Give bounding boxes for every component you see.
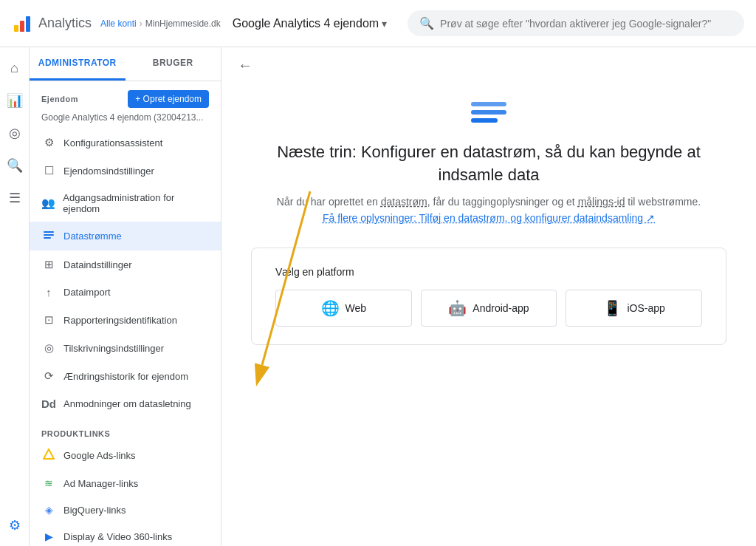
svg-rect-2: [26, 16, 30, 32]
platform-ios-button[interactable]: 📱 iOS-app: [566, 290, 702, 327]
content-subtitle: Når du har oprettet en datastrøm, får du…: [277, 196, 701, 208]
breadcrumb-site: MinHjemmeside.dk: [145, 18, 221, 29]
chevron-down-icon: ▾: [382, 18, 387, 30]
menu-item-google-ads[interactable]: Google Ads-links: [30, 441, 221, 470]
create-property-button[interactable]: + Opret ejendom: [128, 90, 209, 108]
menu-item-rapporteringsidentifikation[interactable]: ⊡ Rapporteringsidentifikation: [30, 306, 221, 334]
nav-home[interactable]: ⌂: [0, 53, 30, 83]
property-settings-icon: ☐: [41, 164, 56, 177]
menu-item-bigquery[interactable]: ◈ BigQuery-links: [30, 496, 221, 523]
content-title: Næste trin: Konfigurer en datastrøm, så …: [267, 141, 710, 187]
ios-icon: 📱: [603, 299, 622, 317]
google-ads-label: Google Ads-links: [63, 450, 136, 461]
data-import-label: Dataimport: [63, 287, 111, 298]
back-button[interactable]: ←: [233, 53, 257, 77]
svg-rect-8: [471, 110, 506, 115]
bigquery-label: BigQuery-links: [63, 505, 126, 516]
data-deletion-label: Anmodninger om datasletning: [63, 398, 191, 409]
menu-item-ejendomsindstillinger[interactable]: ☐ Ejendomsindstillinger: [30, 157, 221, 185]
android-label: Android-app: [472, 302, 529, 314]
section-label: Ejendom: [41, 95, 78, 103]
platform-android-button[interactable]: 🤖 Android-app: [421, 290, 557, 327]
change-history-label: Ændringshistorik for ejendom: [63, 371, 188, 382]
breadcrumb-account[interactable]: Alle konti: [100, 18, 137, 29]
menu-item-datastroemme[interactable]: Datastrømme: [30, 222, 221, 250]
left-nav: ⌂ 📊 ◎ 🔍 ☰ ⚙: [0, 47, 30, 546]
display-video-icon: ▶: [41, 530, 56, 542]
search-icon: 🔍: [419, 16, 434, 30]
svg-rect-4: [44, 234, 54, 236]
google-ads-icon: [41, 448, 56, 463]
platform-label: Vælg en platform: [275, 266, 702, 278]
content-wrapper: ← Næste trin: Konfigurer en datastrøm, s…: [221, 47, 756, 546]
main-layout: ⌂ 📊 ◎ 🔍 ☰ ⚙ ADMINISTRATOR BRUGER Ejendom…: [0, 47, 756, 546]
attribution-label: Tilskrivningsindstillinger: [63, 343, 164, 354]
datastream-icon-area: [471, 98, 506, 129]
change-history-icon: ⟳: [41, 369, 56, 383]
nav-reports[interactable]: 📊: [0, 86, 30, 115]
svg-rect-1: [20, 21, 24, 32]
datastreams-label: Datastrømme: [63, 231, 122, 242]
display-video-label: Display & Video 360-links: [63, 531, 172, 542]
menu-item-datasletning[interactable]: Dd Anmodninger om datasletning: [30, 390, 221, 417]
breadcrumb-separator: ›: [140, 18, 142, 29]
nav-configure[interactable]: ☰: [0, 183, 30, 213]
property-selector[interactable]: Google Analytics 4 ejendom ▾: [227, 14, 393, 33]
search-bar: 🔍: [408, 10, 744, 36]
tab-bruger[interactable]: BRUGER: [126, 47, 221, 81]
admin-panel: ADMINISTRATOR BRUGER Ejendom + Opret eje…: [30, 47, 221, 546]
attribution-icon: ◎: [41, 341, 56, 355]
data-settings-icon: ⊞: [41, 258, 56, 271]
web-globe-icon: 🌐: [321, 299, 340, 317]
analytics-logo-icon: [12, 13, 32, 34]
menu-item-konfigurationsassistent[interactable]: ⚙ Konfigurationsassistent: [30, 129, 221, 157]
section-header: Ejendom + Opret ejendom: [30, 81, 221, 111]
datastream-icon: [471, 98, 506, 127]
content-link[interactable]: Få flere oplysninger: Tilføj en datastrø…: [323, 212, 655, 224]
ad-manager-icon: ≋: [41, 477, 56, 489]
config-assistant-icon: ⚙: [41, 136, 56, 149]
svg-rect-7: [471, 102, 506, 106]
reporting-id-icon: ⊡: [41, 313, 56, 327]
menu-item-display-video[interactable]: ▶ Display & Video 360-links: [30, 523, 221, 546]
ad-manager-label: Ad Manager-links: [63, 478, 138, 489]
platform-card: Vælg en platform 🌐 Web 🤖 Android-app 📱: [251, 248, 726, 345]
nav-explore[interactable]: ◎: [0, 118, 30, 148]
menu-item-adgangsadministration[interactable]: 👥 Adgangsadministration for ejendom: [30, 185, 221, 222]
platform-web-button[interactable]: 🌐 Web: [275, 290, 412, 327]
reporting-id-label: Rapporteringsidentifikation: [63, 315, 177, 326]
breadcrumb: Alle konti › MinHjemmeside.dk: [100, 18, 221, 29]
svg-rect-0: [14, 25, 18, 32]
svg-marker-6: [44, 449, 54, 459]
bigquery-icon: ◈: [41, 504, 56, 516]
data-settings-label: Dataindstillinger: [63, 259, 132, 270]
access-admin-label: Adgangsadministration for ejendom: [63, 192, 209, 214]
back-btn-row: ←: [221, 47, 756, 83]
access-admin-icon: 👥: [41, 197, 55, 210]
analytics-label: Analytics: [38, 16, 92, 31]
svg-rect-9: [471, 118, 498, 123]
content-area: Næste trin: Konfigurer en datastrøm, så …: [221, 83, 756, 546]
ios-label: iOS-app: [628, 302, 665, 314]
menu-item-dataimport[interactable]: ↑ Dataimport: [30, 279, 221, 306]
data-import-icon: ↑: [41, 286, 56, 298]
menu-item-aendringshistorik[interactable]: ⟳ Ændringshistorik for ejendom: [30, 362, 221, 390]
nav-admin[interactable]: ⚙: [0, 511, 30, 540]
menu-item-ad-manager[interactable]: ≋ Ad Manager-links: [30, 470, 221, 496]
property-name-label: Google Analytics 4 ejendom (32004213...: [30, 111, 221, 129]
web-label: Web: [346, 302, 367, 314]
tab-administrator[interactable]: ADMINISTRATOR: [30, 47, 126, 81]
datastreams-icon: [41, 229, 56, 243]
svg-rect-3: [44, 231, 54, 233]
topbar: Analytics Alle konti › MinHjemmeside.dk …: [0, 0, 756, 47]
menu-item-tilskrivningsindstillinger[interactable]: ◎ Tilskrivningsindstillinger: [30, 334, 221, 362]
android-icon: 🤖: [448, 299, 467, 317]
admin-tabs: ADMINISTRATOR BRUGER: [30, 47, 221, 81]
nav-advertising[interactable]: 🔍: [0, 151, 30, 180]
search-input[interactable]: [440, 18, 732, 30]
platform-buttons: 🌐 Web 🤖 Android-app 📱 iOS-app: [275, 290, 702, 327]
svg-rect-5: [44, 237, 51, 239]
data-deletion-icon: Dd: [41, 397, 56, 410]
product-links-header: PRODUKTLINKS: [30, 417, 221, 441]
menu-item-dataindstillinger[interactable]: ⊞ Dataindstillinger: [30, 250, 221, 279]
